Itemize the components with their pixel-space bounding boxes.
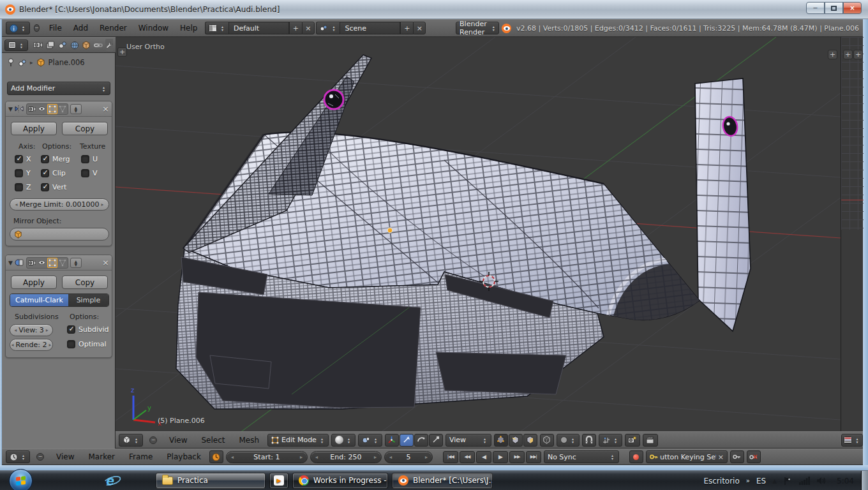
- texture-u-checkbox[interactable]: U: [81, 155, 98, 163]
- auto-keyframe-record-button[interactable]: [629, 450, 643, 463]
- checkbox-box[interactable]: [67, 340, 75, 348]
- render-toggle-icon[interactable]: [27, 258, 37, 268]
- preview-range-clock-button[interactable]: [209, 450, 223, 463]
- taskbar-window-practica[interactable]: Practica: [156, 473, 266, 489]
- clipping-checkbox[interactable]: Clip: [41, 169, 66, 177]
- transform-orientation-dropdown[interactable]: View: [445, 434, 491, 447]
- slider-right-arrow[interactable]: ▸: [374, 454, 377, 460]
- cage-toggle-icon[interactable]: [57, 258, 68, 268]
- network-signal-icon[interactable]: [799, 477, 810, 485]
- manipulator-toggle-button[interactable]: [385, 434, 399, 447]
- simple-option[interactable]: Simple: [68, 294, 108, 306]
- slider-right-arrow[interactable]: ▸: [425, 454, 428, 460]
- current-frame-field[interactable]: ◂ 5 ▸: [384, 451, 433, 463]
- language-indicator[interactable]: ES: [756, 477, 766, 486]
- editor-type-3dview-button[interactable]: [119, 434, 143, 447]
- vertex-groups-checkbox[interactable]: Vert: [41, 183, 66, 191]
- jump-to-end-button[interactable]: ▶▶|: [526, 451, 541, 463]
- expand-triangle-icon[interactable]: ▼: [8, 106, 13, 112]
- checkbox-box[interactable]: [15, 155, 23, 163]
- insert-keyframe-button[interactable]: [730, 450, 744, 463]
- object-data-icon[interactable]: [18, 59, 27, 67]
- previous-keyframe-button[interactable]: ◀◀: [460, 451, 475, 463]
- restore-button[interactable]: [825, 2, 843, 14]
- face-select-button[interactable]: [523, 434, 537, 447]
- taskbar-window-mediaplayer[interactable]: ▶: [269, 473, 288, 489]
- slider-right-arrow[interactable]: ▸: [46, 327, 49, 333]
- checkbox-box[interactable]: [67, 325, 75, 334]
- add-modifier-dropdown[interactable]: Add Modifier: [7, 82, 110, 95]
- frame-start-slider[interactable]: ◂ Start: 1 ▸: [226, 451, 308, 463]
- texture-v-checkbox[interactable]: V: [81, 169, 98, 177]
- edge-select-button[interactable]: [509, 434, 523, 447]
- tab-object[interactable]: [81, 39, 92, 51]
- render-subdivisions-slider[interactable]: ◂ Rende: 2 ▸: [10, 339, 53, 351]
- snap-element-dropdown[interactable]: [599, 434, 622, 447]
- desktop-toolbar-label[interactable]: Escritorio: [703, 477, 739, 486]
- action-center-flag-icon[interactable]: [783, 477, 793, 486]
- collapse-menus-icon[interactable]: −: [36, 453, 44, 461]
- menu-render[interactable]: Render: [94, 24, 133, 33]
- show-desktop-button[interactable]: [861, 471, 868, 490]
- proportional-edit-dropdown[interactable]: [557, 434, 580, 447]
- checkbox-box[interactable]: [41, 169, 49, 177]
- tab-world[interactable]: [69, 39, 80, 51]
- tab-render-layers[interactable]: [45, 39, 56, 51]
- secondary-3d-viewport[interactable]: + +: [841, 37, 863, 431]
- mirror-object-field[interactable]: [10, 228, 109, 241]
- editmode-toggle-icon[interactable]: [47, 104, 57, 114]
- window-titlebar[interactable]: Blender* [C:\Users\Jonatan\Documents\Ble…: [0, 0, 868, 19]
- taskbar-window-blender[interactable]: Blender* [C:\Users\J...: [392, 473, 493, 489]
- pin-icon[interactable]: [7, 58, 15, 67]
- checkbox-box[interactable]: [15, 183, 23, 191]
- menu-mesh[interactable]: Mesh: [234, 436, 266, 445]
- merge-checkbox[interactable]: Merg: [41, 155, 70, 163]
- delete-keyframe-button[interactable]: [747, 450, 761, 463]
- slider-left-arrow[interactable]: ◂: [14, 327, 17, 333]
- menu-select[interactable]: Select: [195, 436, 230, 445]
- scale-manipulator-button[interactable]: [429, 434, 443, 447]
- subsurf-apply-button[interactable]: Apply: [11, 276, 57, 289]
- active-keying-set-field[interactable]: utton Keying Set ×: [646, 450, 728, 463]
- slider-left-arrow[interactable]: ◂: [315, 454, 318, 460]
- translate-manipulator-button[interactable]: [400, 434, 414, 447]
- realtime-eye-toggle-icon[interactable]: [37, 258, 47, 268]
- modifier-move-updown-widget[interactable]: ▲▼: [70, 258, 82, 268]
- modifier-move-updown-widget[interactable]: ▲▼: [70, 104, 82, 114]
- menu-frame[interactable]: Frame: [123, 452, 158, 461]
- opengl-render-animation-button[interactable]: [643, 434, 658, 447]
- slider-left-arrow[interactable]: ◂: [231, 454, 234, 460]
- subdivide-uvs-checkbox[interactable]: Subdivid: [67, 325, 109, 334]
- show-hidden-icons-button[interactable]: ▲: [772, 478, 777, 484]
- delete-layout-button[interactable]: ×: [302, 22, 315, 34]
- menu-window[interactable]: Window: [133, 24, 174, 33]
- jump-to-start-button[interactable]: |◀◀: [443, 451, 458, 463]
- tab-scene[interactable]: [57, 39, 68, 51]
- checkbox-box[interactable]: [81, 169, 89, 177]
- mirror-copy-button[interactable]: Copy: [62, 122, 108, 135]
- render-engine-dropdown[interactable]: Blender Render: [456, 22, 499, 34]
- taskbar-window-chrome[interactable]: Works in Progress - ...: [292, 473, 388, 489]
- slider-right-arrow[interactable]: ▸: [101, 202, 103, 207]
- volume-speaker-icon[interactable]: [816, 477, 827, 485]
- mirror-modifier-header[interactable]: ▼ ▲▼ ×: [6, 101, 112, 117]
- sync-mode-dropdown[interactable]: No Sync: [544, 450, 619, 463]
- editmode-toggle-icon[interactable]: [47, 258, 57, 268]
- start-button[interactable]: [9, 469, 33, 490]
- viewport-shading-dropdown[interactable]: [331, 434, 355, 447]
- remove-modifier-icon[interactable]: ×: [102, 258, 109, 267]
- optimal-display-checkbox[interactable]: Optimal: [67, 340, 107, 348]
- slider-left-arrow[interactable]: ◂: [11, 342, 14, 348]
- breadcrumb-object-name[interactable]: Plane.006: [49, 58, 85, 67]
- render-toggle-icon[interactable]: [27, 104, 37, 114]
- mirror-apply-button[interactable]: Apply: [11, 122, 57, 135]
- scene-icon-button[interactable]: [316, 22, 340, 34]
- checkbox-box[interactable]: [81, 155, 89, 163]
- editor-type-timeline-button[interactable]: [6, 450, 30, 463]
- snap-magnet-button[interactable]: [582, 434, 596, 447]
- catmull-clark-option[interactable]: Catmull-Clark: [10, 294, 68, 306]
- view-subdivisions-slider[interactable]: ◂ View: 3 ▸: [10, 324, 53, 336]
- opengl-render-image-button[interactable]: [625, 434, 640, 447]
- remove-modifier-icon[interactable]: ×: [102, 104, 109, 114]
- editor-type-properties-button[interactable]: [4, 40, 28, 51]
